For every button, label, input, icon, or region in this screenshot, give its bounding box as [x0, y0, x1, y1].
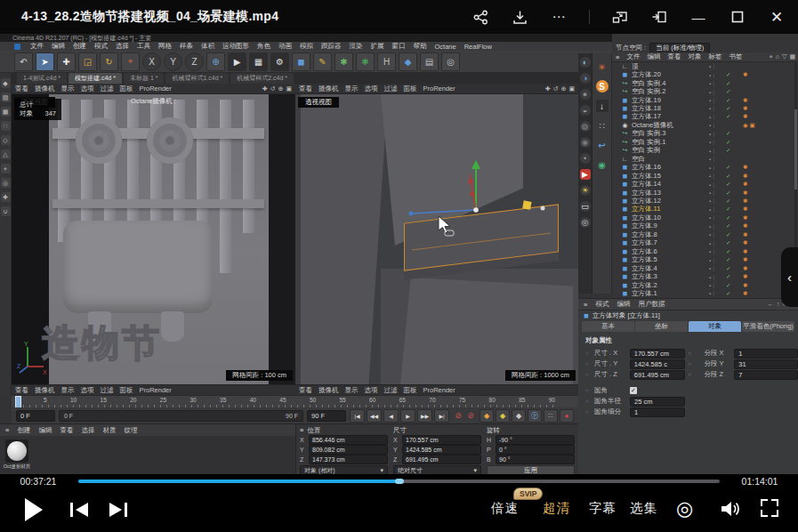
- object-tag-check[interactable]: ✓: [726, 130, 740, 137]
- substance-icon[interactable]: S: [596, 80, 609, 93]
- texture-mode-icon[interactable]: ▧: [1, 93, 11, 102]
- object-tag-badge[interactable]: ✱: [743, 231, 747, 238]
- am-menu-item[interactable]: 用户数据: [638, 300, 665, 309]
- viewport-menu-item[interactable]: 面板: [120, 85, 133, 93]
- object-row[interactable]: ◉ Octane摄像机 ▪⋮ ◉ ▣: [612, 121, 798, 129]
- material-menu-item[interactable]: 创建: [17, 426, 30, 435]
- hamburger-icon[interactable]: ≡: [5, 426, 9, 434]
- object-tag-check[interactable]: ✓: [726, 88, 740, 95]
- object-tag-badge[interactable]: ✱: [743, 222, 747, 230]
- end-frame-input[interactable]: 90 F: [307, 410, 346, 422]
- autokey-icon[interactable]: ●: [560, 409, 574, 423]
- toggle-view-icon[interactable]: ▣: [286, 85, 292, 93]
- c4d-menu-item[interactable]: 渲染: [350, 42, 363, 51]
- object-row[interactable]: ◼ 立方体.4 ▪⋮ ✓ ✱: [612, 264, 798, 272]
- layer-dots-icon[interactable]: ▪⋮: [709, 231, 723, 238]
- object-tag-check[interactable]: ✓: [726, 239, 740, 246]
- object-tag-badge[interactable]: ✱: [743, 164, 747, 171]
- size-z-input[interactable]: 691.495 cm: [402, 455, 481, 464]
- speed-button[interactable]: 倍速: [491, 500, 519, 517]
- octane-sun-icon[interactable]: ☀: [580, 185, 591, 196]
- object-row[interactable]: ↪ 空白 实例 ▪⋮ ✓: [612, 147, 798, 155]
- material-thumbnail[interactable]: [5, 439, 28, 463]
- solo-mode-icon[interactable]: ◎: [1, 178, 11, 188]
- rot-b-input[interactable]: 90 °: [496, 455, 575, 464]
- size-input[interactable]: 691.495 cm: [630, 370, 685, 380]
- size-input[interactable]: 1424.585 c: [630, 359, 685, 369]
- polygons-mode-icon[interactable]: △: [1, 149, 11, 159]
- object-tag-badge[interactable]: ✱: [743, 256, 747, 263]
- viewport-menu-item[interactable]: 摄像机: [318, 85, 339, 93]
- octane-dot-icon[interactable]: •: [580, 153, 591, 164]
- viewport-camera-label[interactable]: Octane摄像机 :: [131, 97, 176, 106]
- octane-contrast-icon[interactable]: ◐: [580, 57, 591, 68]
- fullscreen-button[interactable]: [761, 499, 778, 517]
- viewport-menu-item[interactable]: 查看: [299, 386, 312, 395]
- rot-h-input[interactable]: -90 °: [496, 435, 575, 445]
- object-row[interactable]: ∟ 空白 ▪⋮: [612, 155, 798, 163]
- camera-toolbar-icon[interactable]: ◎: [441, 52, 460, 71]
- segments-input[interactable]: 31: [734, 359, 798, 369]
- more-icon[interactable]: ⋯: [550, 8, 568, 26]
- object-row[interactable]: ↪ 空白 实例.3 ▪⋮ ✓: [612, 130, 798, 138]
- layer-dots-icon[interactable]: ▪⋮: [709, 122, 723, 128]
- display-icon[interactable]: ▤: [420, 52, 439, 71]
- object-tag-badge[interactable]: ✱: [743, 105, 747, 112]
- object-row[interactable]: ◼ 立方体.20 ▪⋮ ✓ ✱: [612, 70, 798, 78]
- symmetry-icon[interactable]: H: [377, 52, 396, 71]
- object-tag-check[interactable]: ✓: [726, 222, 740, 230]
- octane-node-icon[interactable]: ✳: [596, 60, 609, 73]
- pos-x-input[interactable]: 856.446 cm: [309, 435, 388, 445]
- scale-tool-icon[interactable]: ◲: [78, 52, 97, 71]
- mograph-icon[interactable]: ✱: [335, 52, 353, 71]
- object-tag-check[interactable]: ✓: [726, 206, 740, 213]
- orbit-icon[interactable]: ↺: [553, 85, 559, 93]
- object-row[interactable]: ◼ 立方体.15 ▪⋮ ✓ ✱: [612, 172, 798, 180]
- prev-key-button[interactable]: ◀◀: [367, 409, 382, 423]
- viewport-menu-item[interactable]: 查看: [15, 85, 28, 93]
- object-tag-badge[interactable]: ✱: [743, 97, 747, 104]
- am-menu-item[interactable]: 编辑: [617, 300, 630, 309]
- layer-dots-icon[interactable]: ▪⋮: [709, 214, 723, 221]
- hamburger-icon[interactable]: ≡: [616, 53, 619, 61]
- size-y-input[interactable]: 1424.585 cm: [402, 445, 481, 455]
- document-tab[interactable]: 模型搭建.c4d *: [69, 73, 122, 84]
- object-tag-badge[interactable]: ◉ ▣: [743, 122, 755, 129]
- octane-sphere-icon[interactable]: ●: [580, 89, 591, 100]
- object-row[interactable]: ◼ 立方体.11 ▪⋮ ✓ ✱: [612, 206, 798, 214]
- object-tag-badge[interactable]: ✱: [743, 214, 747, 222]
- document-tab[interactable]: 机械臂样式2.c4d *: [230, 73, 294, 84]
- layer-dots-icon[interactable]: ▪⋮: [709, 197, 723, 204]
- playlist-button[interactable]: 选集: [630, 500, 657, 517]
- share-icon[interactable]: [472, 8, 489, 26]
- layer-dots-icon[interactable]: ▪⋮: [709, 248, 723, 254]
- viewport-menu-item[interactable]: 摄像机: [35, 386, 55, 395]
- live-selection-icon[interactable]: ➤: [36, 52, 54, 71]
- object-tag-badge[interactable]: ✱: [743, 248, 747, 255]
- y-axis-lock-icon[interactable]: Y: [164, 52, 182, 71]
- document-tab[interactable]: 机械臂样式1.c4d *: [165, 73, 229, 84]
- layer-dots-icon[interactable]: ▪⋮: [709, 63, 723, 69]
- coord-system-icon[interactable]: ⊕: [206, 52, 225, 71]
- toggle-view-icon[interactable]: ▣: [568, 85, 575, 93]
- fillet-radius-input[interactable]: 25 cm: [630, 397, 685, 407]
- om-menu-item[interactable]: 书签: [729, 52, 742, 61]
- object-row[interactable]: ◼ 立方体.18 ▪⋮ ✓ ✱: [612, 104, 798, 112]
- c4d-menu-item[interactable]: 模拟: [300, 42, 313, 51]
- viewport-menu-item[interactable]: 显示: [345, 85, 359, 93]
- c4d-menu-item[interactable]: 编辑: [52, 42, 65, 51]
- om-menu-item[interactable]: 查看: [667, 52, 681, 61]
- viewport-menu-item[interactable]: 查看: [299, 85, 312, 93]
- volume-icon[interactable]: [719, 499, 740, 519]
- viewport-menu-item[interactable]: 摄像机: [35, 85, 55, 93]
- move-tool-icon[interactable]: ✚: [57, 52, 76, 71]
- object-tag-check[interactable]: ✓: [726, 113, 740, 120]
- am-up-icon[interactable]: ↑: [777, 301, 780, 308]
- pos-z-input[interactable]: 147.373 cm: [309, 455, 388, 464]
- play-button[interactable]: [25, 498, 43, 521]
- viewport-right[interactable]: 查看摄像机显示选项过滤面板ProRender ✚↺⊕▣ 透视视图: [295, 84, 578, 384]
- key-position-icon[interactable]: ◆: [480, 409, 494, 423]
- render-settings-icon[interactable]: ⚙: [270, 52, 289, 71]
- current-frame-input[interactable]: 0 F: [16, 410, 55, 422]
- viewport-menu-item[interactable]: 选项: [81, 386, 94, 395]
